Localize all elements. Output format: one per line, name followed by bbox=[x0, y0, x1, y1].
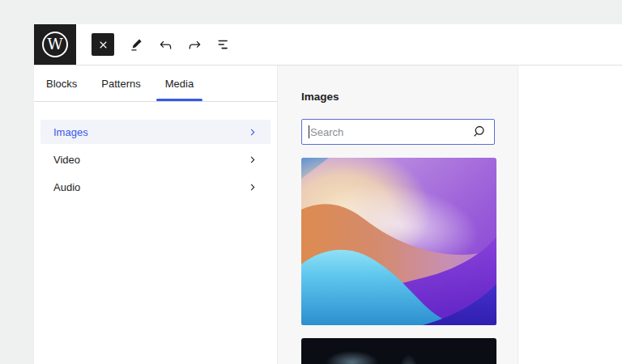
tab-patterns[interactable]: Patterns bbox=[91, 66, 151, 101]
wordpress-logo-icon: W bbox=[42, 32, 68, 57]
category-item-images[interactable]: Images bbox=[40, 120, 271, 144]
chevron-right-icon bbox=[247, 127, 258, 138]
redo-icon bbox=[186, 36, 203, 53]
inserter-tab-bar: Blocks Patterns Media bbox=[34, 66, 277, 102]
inserter-sidebar: Blocks Patterns Media Images Video bbox=[34, 66, 277, 364]
editor-canvas[interactable] bbox=[518, 66, 622, 364]
editor-header: W bbox=[34, 24, 622, 66]
category-label: Images bbox=[53, 126, 88, 138]
redo-button[interactable] bbox=[182, 32, 207, 57]
text-caret bbox=[309, 125, 309, 138]
inserter-toggle-close-button[interactable] bbox=[92, 33, 114, 56]
list-view-button[interactable] bbox=[211, 32, 236, 57]
chevron-right-icon bbox=[247, 154, 258, 165]
close-icon bbox=[97, 39, 109, 51]
undo-icon bbox=[157, 36, 174, 53]
category-item-audio[interactable]: Audio bbox=[40, 175, 271, 199]
media-thumbnail-dark-water-splash[interactable] bbox=[301, 338, 496, 364]
media-preview-panel: Images bbox=[277, 66, 518, 364]
edit-tool-button[interactable] bbox=[124, 32, 148, 57]
panel-title: Images bbox=[301, 91, 495, 103]
media-category-list: Images Video Audio bbox=[34, 102, 277, 199]
chevron-right-icon bbox=[247, 182, 258, 193]
tab-media[interactable]: Media bbox=[155, 66, 204, 101]
list-view-icon bbox=[215, 36, 232, 53]
header-toolbar bbox=[92, 32, 236, 57]
category-label: Audio bbox=[53, 181, 80, 193]
category-item-video[interactable]: Video bbox=[40, 147, 271, 171]
search-input[interactable] bbox=[302, 126, 470, 138]
search-box bbox=[301, 119, 495, 145]
wordpress-logo-button[interactable]: W bbox=[34, 24, 76, 65]
editor-content: Blocks Patterns Media Images Video bbox=[34, 66, 622, 364]
category-label: Video bbox=[53, 154, 80, 166]
undo-button[interactable] bbox=[153, 32, 177, 57]
tab-blocks[interactable]: Blocks bbox=[36, 66, 87, 101]
media-thumbnail-gradient-wallpaper[interactable] bbox=[301, 158, 496, 325]
search-icon bbox=[470, 123, 488, 141]
pencil-icon bbox=[128, 36, 145, 53]
editor-window: W bbox=[34, 24, 622, 364]
